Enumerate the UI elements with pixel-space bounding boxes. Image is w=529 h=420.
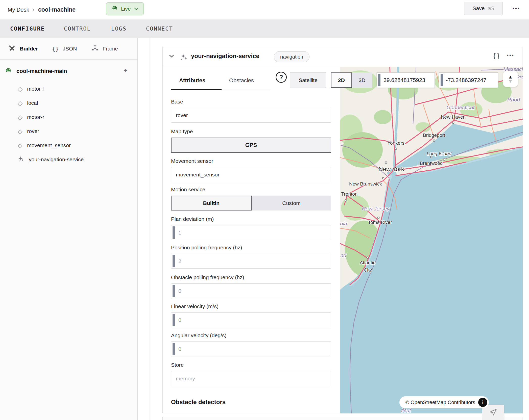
service-type-badge: navigation (274, 51, 309, 62)
map-canvas[interactable] (340, 67, 523, 413)
field-movement-sensor: Movement sensor (171, 158, 331, 182)
latitude-input[interactable]: 39.62848175923 (377, 72, 435, 88)
navigation-service-card: your-navigation-service navigation {} ••… (162, 47, 522, 413)
obstacle-polling-input[interactable]: 0 (171, 283, 331, 298)
component-diamond-icon: ◇ (18, 86, 22, 92)
collapse-chevron-icon[interactable] (169, 54, 174, 59)
sidebar-item-motor-l[interactable]: ◇motor-l (18, 82, 44, 96)
sidebar-mode-toolbar: Builder {} JSON Frame (0, 38, 137, 60)
component-diamond-icon: ◇ (18, 128, 22, 135)
sidebar-item-your-navigation-service[interactable]: your-navigation-service (18, 152, 84, 167)
card-menu-icon[interactable]: ••• (507, 52, 514, 58)
top-bar: My Desk › cool-machine Live Save ⌘S ••• (0, 0, 529, 19)
sidebar-item-label: rover (27, 128, 39, 134)
field-map-type: Map type GPS (171, 128, 331, 153)
motion-service-segment: Builtin Custom (171, 196, 331, 211)
plan-deviation-input[interactable]: 1 (171, 225, 331, 240)
map[interactable]: MassachProRhodConnecticutNew HavenBridge… (340, 67, 523, 413)
tree-machine-root[interactable]: cool-machine-main (5, 67, 67, 75)
frame-axes-icon (91, 45, 99, 53)
field-base: Base (171, 99, 331, 123)
step-down-icon[interactable]: ▼ (508, 79, 513, 83)
field-angular-velocity: Angular velocity (deg/s) 0 (171, 332, 331, 356)
braces-icon: {} (52, 46, 59, 52)
sidebar-item-label: local (27, 100, 38, 106)
more-menu-button[interactable]: ••• (509, 6, 523, 11)
map-2d-button[interactable]: 2D (331, 72, 352, 88)
field-plan-deviation: Plan deviation (m) 1 (171, 216, 331, 240)
service-sparkles-icon (179, 52, 188, 62)
component-diamond-icon: ◇ (18, 100, 22, 106)
tab-attributes[interactable]: Attributes (179, 77, 205, 84)
sidebar-item-label: your-navigation-service (29, 156, 84, 163)
broadcast-icon (111, 5, 118, 13)
info-icon[interactable]: i (478, 398, 487, 407)
mode-builder[interactable]: Builder (8, 38, 38, 60)
motion-builtin-option[interactable]: Builtin (171, 196, 252, 211)
movement-sensor-input[interactable] (171, 167, 331, 182)
obstacle-detectors-heading: Obstacle detectors (171, 399, 226, 406)
field-store: Store (171, 362, 331, 386)
field-obstacle-polling: Obstacle polling frequency (hz) 0 (171, 274, 331, 298)
live-status-button[interactable]: Live (106, 2, 144, 15)
service-name: your-navigation-service (191, 52, 259, 60)
motion-custom-option[interactable]: Custom (252, 196, 331, 211)
tab-underline-track (222, 90, 270, 90)
component-diamond-icon: ◇ (18, 142, 22, 149)
save-button[interactable]: Save ⌘S (464, 2, 503, 15)
position-polling-input[interactable]: 2 (171, 254, 331, 269)
tab-control[interactable]: CONTROL (64, 19, 91, 38)
base-input[interactable] (171, 108, 331, 123)
active-tab-underline (171, 89, 222, 90)
app-window: My Desk › cool-machine Live Save ⌘S ••• … (0, 0, 529, 420)
field-position-polling: Position polling frequency (hz) 2 (171, 245, 331, 269)
sidebar-item-motor-r[interactable]: ◇motor-r (18, 110, 44, 124)
linear-velocity-input[interactable]: 0 (171, 312, 331, 327)
input-accent-bar (173, 255, 175, 267)
mode-json[interactable]: {} JSON (52, 38, 77, 60)
card-header: your-navigation-service navigation {} ••… (163, 47, 522, 66)
save-shortcut: ⌘S (488, 5, 494, 11)
angular-velocity-input[interactable]: 0 (171, 342, 331, 356)
service-sparkles-icon (18, 156, 24, 163)
map-type-gps-button[interactable]: GPS (171, 138, 331, 153)
input-accent-bar (173, 285, 175, 297)
breadcrumb-my-desk[interactable]: My Desk (8, 7, 29, 13)
panel-divider[interactable] (150, 38, 150, 420)
coordinate-stepper[interactable]: ▲ ▼ (503, 71, 518, 87)
map-3d-button[interactable]: 3D (352, 72, 372, 88)
sidebar-item-rover[interactable]: ◇rover (18, 124, 39, 138)
sidebar-item-movement_sensor[interactable]: ◇movement_sensor (18, 138, 71, 152)
input-accent-bar (173, 226, 175, 239)
breadcrumb: My Desk › cool-machine (8, 0, 76, 19)
store-input[interactable] (171, 371, 331, 386)
machine-broadcast-icon (5, 67, 12, 75)
help-icon[interactable]: ? (276, 72, 287, 83)
chevron-down-icon (134, 7, 138, 11)
input-accent-bar (441, 74, 443, 86)
tab-logs[interactable]: LOGS (111, 19, 127, 38)
config-sidebar: Builder {} JSON Frame cool-machine-main … (0, 38, 138, 420)
sidebar-item-label: motor-r (27, 114, 44, 120)
field-motion-service: Motion service Builtin Custom (171, 187, 331, 211)
longitude-input[interactable]: -73.2486397247 (439, 72, 498, 88)
tab-connect[interactable]: CONNECT (146, 19, 173, 38)
tab-configure[interactable]: CONFIGURE (10, 19, 45, 38)
tab-obstacles[interactable]: Obstacles (229, 77, 254, 84)
next-card-edge (162, 417, 522, 420)
component-diamond-icon: ◇ (18, 114, 22, 120)
nav-tab-bar: CONFIGURE CONTROL LOGS CONNECT (0, 19, 529, 38)
field-linear-velocity: Linear velocity (m/s) 0 (171, 303, 331, 327)
input-accent-bar (173, 343, 175, 355)
sidebar-item-local[interactable]: ◇local (18, 96, 38, 110)
navigation-arrow-icon (489, 408, 497, 417)
edit-json-icon[interactable]: {} (492, 52, 500, 60)
breadcrumb-machine-name: cool-machine (38, 6, 76, 13)
breadcrumb-separator: › (33, 7, 35, 13)
tools-icon (8, 44, 16, 53)
sidebar-item-label: motor-l (27, 86, 43, 92)
add-component-button[interactable]: + (122, 67, 129, 74)
mode-frame[interactable]: Frame (91, 38, 118, 60)
satellite-toggle-button[interactable]: Satellite (290, 72, 326, 88)
map-attribution: © OpenStreetMap Contributors i (399, 396, 489, 408)
